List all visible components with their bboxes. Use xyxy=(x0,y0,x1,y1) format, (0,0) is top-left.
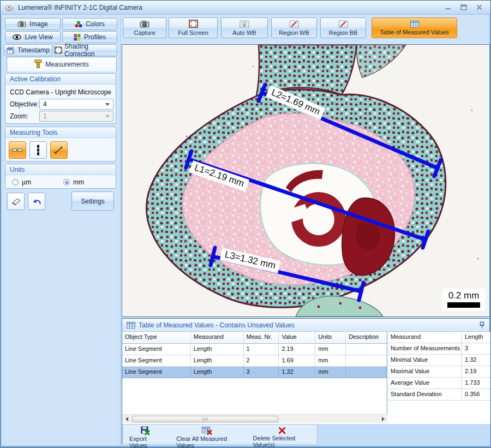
maximize-button[interactable] xyxy=(459,3,469,11)
window-title: Lumenera® INFINITY 2-1C Digital Camera xyxy=(18,4,142,11)
col-meas-nr[interactable]: Meas. Nr. xyxy=(244,332,279,344)
vertical-dashes-icon xyxy=(36,145,40,156)
stat-label: Average Value xyxy=(388,378,462,389)
stat-label: Number of Measurements xyxy=(388,343,462,355)
stat-label: Measurand xyxy=(388,332,462,343)
undo-icon xyxy=(31,197,42,206)
timestamp-icon: 7 xyxy=(7,47,14,54)
active-calibration-title: Active Calibration xyxy=(10,75,61,83)
delete-x-icon xyxy=(278,426,286,435)
region-bb-icon xyxy=(338,20,348,29)
col-object-type[interactable]: Object Type xyxy=(122,332,191,344)
tab-timestamp[interactable]: 7 Timestamp xyxy=(4,44,52,56)
capture-label: Capture xyxy=(134,29,155,36)
stat-value: 1.733 xyxy=(462,378,490,389)
erase-button[interactable] xyxy=(7,193,25,210)
region-wb-label: Region WB xyxy=(279,29,309,36)
clear-table-icon xyxy=(202,426,213,435)
horizontal-line-tool-button[interactable] xyxy=(9,141,26,159)
zoom-value: 1 xyxy=(43,112,47,120)
zoom-label: Zoom: xyxy=(10,112,28,120)
measuring-tools-title: Measuring Tools xyxy=(10,129,57,136)
scroll-right-arrow[interactable] xyxy=(379,415,387,423)
units-group: Units µm mm xyxy=(5,164,116,189)
cell: 1 xyxy=(244,344,279,355)
horizontal-scrollbar[interactable] xyxy=(122,414,387,423)
tab-measurements[interactable]: Measurements xyxy=(7,57,117,71)
measurements-table[interactable]: Object Type Measurand Meas. Nr. Value Un… xyxy=(122,332,387,414)
pin-icon[interactable] xyxy=(479,321,485,328)
tab-live-view[interactable]: Live View xyxy=(5,31,61,43)
col-description[interactable]: Description xyxy=(346,332,387,344)
image-viewer[interactable]: L2=1.69 mm L1=2.19 mm L3=1.32 mm 0.2 mm xyxy=(122,44,490,317)
region-wb-button[interactable]: Region WB xyxy=(271,17,317,38)
unit-micrometer-radio[interactable]: µm xyxy=(12,178,31,186)
table-row[interactable]: Line Segment Length 2 1.69 mm xyxy=(122,355,387,367)
free-line-tool-button[interactable] xyxy=(50,141,68,159)
minimize-button[interactable] xyxy=(444,3,453,11)
stat-value: Length xyxy=(462,332,490,343)
export-values-button[interactable]: Export Values xyxy=(129,426,162,448)
active-calibration-group: Active Calibration CCD Camera - Upright … xyxy=(5,73,116,124)
scroll-left-arrow[interactable] xyxy=(122,415,131,423)
sidebar-divider xyxy=(120,16,121,446)
cell: 1.69 xyxy=(279,355,315,367)
vertical-line-tool-button[interactable] xyxy=(29,141,47,159)
delete-selected-values-button[interactable]: Delete Selected Value(s) xyxy=(253,426,312,448)
clear-all-measured-values-button[interactable]: Clear All Measured Values xyxy=(176,426,238,448)
cell: mm xyxy=(315,367,346,378)
tab-measurements-label: Measurements xyxy=(45,61,88,68)
panel-title: Table of Measured Values - Contains Unsa… xyxy=(139,321,295,329)
stat-row: Measurand Length xyxy=(388,332,490,343)
measured-values-panel: Table of Measured Values - Contains Unsa… xyxy=(122,318,490,444)
export-icon xyxy=(141,426,151,435)
tab-profiles-label: Profiles xyxy=(84,33,106,41)
auto-wb-button[interactable]: Auto WB xyxy=(221,17,268,38)
settings-button[interactable]: Settings xyxy=(71,192,114,211)
calibration-device-label: CCD Camera - Upright Microscope xyxy=(10,88,111,96)
rgb-dots-icon xyxy=(75,21,82,28)
horizontal-dashes-icon xyxy=(12,148,23,152)
panel-actions-bar: Export Values Clear All Measured Values xyxy=(122,424,490,445)
unit-micrometer-label: µm xyxy=(22,178,31,186)
tab-colors-label: Colors xyxy=(86,20,105,28)
cell: Length xyxy=(191,355,244,367)
tab-live-view-label: Live View xyxy=(25,33,52,41)
table-row-selected[interactable]: Line Segment Length 3 1.32 mm xyxy=(122,367,387,378)
close-button[interactable] xyxy=(474,3,484,11)
region-bb-label: Region BB xyxy=(329,29,358,36)
col-units[interactable]: Units xyxy=(315,332,346,344)
cell: 1.32 xyxy=(279,367,315,378)
cell xyxy=(346,367,387,378)
tab-image[interactable]: Image xyxy=(5,18,61,30)
full-screen-button[interactable]: Full Screen xyxy=(169,17,218,38)
svg-text:7: 7 xyxy=(9,50,11,53)
chevron-down-icon xyxy=(105,115,110,118)
zoom-select: 1 xyxy=(39,111,113,122)
objective-select[interactable]: 4 xyxy=(39,99,113,110)
app-icon xyxy=(5,4,15,11)
col-value[interactable]: Value xyxy=(279,332,315,344)
stat-row: Average Value 1.733 xyxy=(388,378,490,389)
auto-wb-icon xyxy=(239,20,249,29)
table-of-measured-values-button[interactable]: Table of Measured Values xyxy=(372,17,457,38)
diagonal-measure-icon xyxy=(53,145,64,156)
scrollbar-thumb[interactable] xyxy=(132,416,278,422)
stat-row: Minimal Value 1.32 xyxy=(388,355,490,366)
tab-image-label: Image xyxy=(29,20,47,28)
tab-shading-correction[interactable]: Shading Correction xyxy=(54,44,117,56)
panel-actions-box: Export Values Clear All Measured Values xyxy=(122,424,318,445)
profiles-squares-icon xyxy=(74,34,81,41)
table-row[interactable]: Line Segment Length 1 2.19 mm xyxy=(122,344,387,355)
col-measurand[interactable]: Measurand xyxy=(191,332,244,344)
undo-button[interactable] xyxy=(28,193,45,210)
capture-button[interactable]: Capture xyxy=(123,17,166,38)
region-bb-button[interactable]: Region BB xyxy=(320,17,366,38)
tab-profiles[interactable]: Profiles xyxy=(62,31,117,43)
full-screen-label: Full Screen xyxy=(178,29,208,36)
unit-millimeter-radio[interactable]: mm xyxy=(63,178,84,186)
panel-header: Table of Measured Values - Contains Unsa… xyxy=(122,319,489,332)
tab-colors[interactable]: Colors xyxy=(62,18,117,30)
tab-shading-correction-label: Shading Correction xyxy=(64,43,117,58)
region-wb-icon xyxy=(289,20,299,29)
